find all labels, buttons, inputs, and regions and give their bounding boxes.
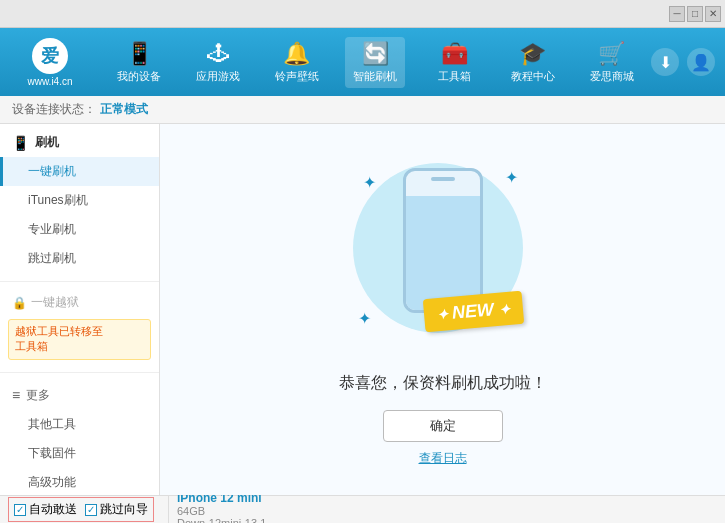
flash-header-label: 刷机: [35, 134, 59, 151]
phone-speaker: [431, 177, 455, 181]
sidebar-item-download-fw[interactable]: 下载固件: [0, 439, 159, 468]
more-header-label: 更多: [26, 387, 50, 404]
logo-url: www.i4.cn: [27, 76, 72, 87]
sparkle-tl: ✦: [363, 173, 376, 192]
more-section-header: ≡ 更多: [0, 381, 159, 410]
main-area: 📱 刷机 一键刷机 iTunes刷机 专业刷机 跳过刷机 🔒 一键越狱: [0, 124, 725, 495]
status-bar: 设备连接状态： 正常模式: [0, 96, 725, 124]
app-game-label: 应用游戏: [196, 69, 240, 84]
sidebar-item-other-tools[interactable]: 其他工具: [0, 410, 159, 439]
toolbox-icon: 🧰: [441, 41, 468, 67]
flash-section-header: 📱 刷机: [0, 128, 159, 157]
sidebar-item-pro-flash[interactable]: 专业刷机: [0, 215, 159, 244]
one-click-flash-label: 一键刷机: [28, 164, 76, 178]
lock-icon: 🔒: [12, 296, 27, 310]
close-btn[interactable]: ✕: [705, 6, 721, 22]
shop-icon: 🛒: [598, 41, 625, 67]
skip-guide-checkbox[interactable]: [85, 504, 97, 516]
sparkle-tr: ✦: [505, 168, 518, 187]
sparkle-bl: ✦: [358, 309, 371, 328]
smart-flash-label: 智能刷机: [353, 69, 397, 84]
device-storage: 64GB: [177, 505, 717, 517]
download-btn[interactable]: ⬇: [651, 48, 679, 76]
ringtone-icon: 🔔: [283, 41, 310, 67]
content-area: ✦ ✦ ✦ NEW 恭喜您，保资料刷机成功啦！ 确定 查看日志: [160, 124, 725, 495]
flash-header-icon: 📱: [12, 135, 29, 151]
nav-items: 📱 我的设备 🕹 应用游戏 🔔 铃声壁纸 🔄 智能刷机 🧰 工具箱 🎓 教程中心…: [100, 28, 651, 96]
more-section: ≡ 更多 其他工具 下载固件 高级功能: [0, 377, 159, 495]
bottom-left: 自动敢送 跳过向导: [8, 497, 168, 522]
other-tools-label: 其他工具: [28, 417, 76, 431]
sidebar-item-itunes-flash[interactable]: iTunes刷机: [0, 186, 159, 215]
nav-tutorial[interactable]: 🎓 教程中心: [503, 37, 563, 88]
auto-flash-checkbox-item[interactable]: 自动敢送: [14, 501, 77, 518]
toolbox-label: 工具箱: [438, 69, 471, 84]
status-label: 设备连接状态：: [12, 101, 96, 118]
title-bar: ─ □ ✕: [0, 0, 725, 28]
download-fw-label: 下载固件: [28, 446, 76, 460]
nav-smart-flash[interactable]: 🔄 智能刷机: [345, 37, 405, 88]
logo-area[interactable]: 爱 www.i4.cn: [0, 38, 100, 87]
restore-link[interactable]: 查看日志: [419, 450, 467, 467]
nav-shop[interactable]: 🛒 爱思商城: [582, 37, 642, 88]
auto-flash-checkbox[interactable]: [14, 504, 26, 516]
checkbox-outline-box: 自动敢送 跳过向导: [8, 497, 154, 522]
new-badge-text: NEW: [451, 299, 495, 323]
confirm-button[interactable]: 确定: [383, 410, 503, 442]
shop-label: 爱思商城: [590, 69, 634, 84]
bottom-bar: 自动敢送 跳过向导 iPhone 12 mini 64GB Down-12min…: [0, 495, 725, 523]
flash-section: 📱 刷机 一键刷机 iTunes刷机 专业刷机 跳过刷机: [0, 124, 159, 277]
sidebar-item-advanced[interactable]: 高级功能: [0, 468, 159, 495]
sidebar-divider-1: [0, 281, 159, 282]
app-game-icon: 🕹: [207, 41, 229, 67]
sidebar-warning: 越狱工具已转移至工具箱: [8, 319, 151, 360]
nav-ringtone[interactable]: 🔔 铃声壁纸: [267, 37, 327, 88]
ringtone-label: 铃声壁纸: [275, 69, 319, 84]
itunes-flash-label: iTunes刷机: [28, 193, 88, 207]
nav-app-game[interactable]: 🕹 应用游戏: [188, 37, 248, 88]
nav-my-device[interactable]: 📱 我的设备: [109, 37, 169, 88]
sidebar-item-dfu-flash[interactable]: 跳过刷机: [0, 244, 159, 273]
sidebar: 📱 刷机 一键刷机 iTunes刷机 专业刷机 跳过刷机 🔒 一键越狱: [0, 124, 160, 495]
top-nav: 爱 www.i4.cn 📱 我的设备 🕹 应用游戏 🔔 铃声壁纸 🔄 智能刷机 …: [0, 28, 725, 96]
device-info: iPhone 12 mini 64GB Down-12mini-13,1: [168, 491, 717, 524]
locked-section-header: 🔒 一键越狱: [0, 290, 159, 315]
advanced-label: 高级功能: [28, 475, 76, 489]
tutorial-icon: 🎓: [519, 41, 546, 67]
logo-icon: 爱: [32, 38, 68, 74]
sidebar-divider-2: [0, 372, 159, 373]
nav-toolbox[interactable]: 🧰 工具箱: [424, 37, 484, 88]
sidebar-item-one-click-flash[interactable]: 一键刷机: [0, 157, 159, 186]
auto-flash-label: 自动敢送: [29, 501, 77, 518]
maximize-btn[interactable]: □: [687, 6, 703, 22]
device-model: Down-12mini-13,1: [177, 517, 717, 524]
tutorial-label: 教程中心: [511, 69, 555, 84]
pro-flash-label: 专业刷机: [28, 222, 76, 236]
my-device-icon: 📱: [126, 41, 153, 67]
more-header-icon: ≡: [12, 387, 20, 403]
warning-text: 越狱工具已转移至工具箱: [15, 325, 103, 352]
locked-section: 🔒 一键越狱 越狱工具已转移至工具箱: [0, 286, 159, 368]
status-value: 正常模式: [100, 101, 148, 118]
phone-illustration: ✦ ✦ ✦ NEW: [343, 153, 543, 353]
skip-guide-label: 跳过向导: [100, 501, 148, 518]
skip-guide-checkbox-item[interactable]: 跳过向导: [85, 501, 148, 518]
smart-flash-icon: 🔄: [362, 41, 389, 67]
locked-section-label: 一键越狱: [31, 294, 79, 311]
phone-body: [403, 168, 483, 313]
user-btn[interactable]: 👤: [687, 48, 715, 76]
confirm-btn-label: 确定: [430, 417, 456, 435]
dfu-flash-label: 跳过刷机: [28, 251, 76, 265]
minimize-btn[interactable]: ─: [669, 6, 685, 22]
nav-right: ⬇ 👤: [651, 48, 725, 76]
my-device-label: 我的设备: [117, 69, 161, 84]
success-text: 恭喜您，保资料刷机成功啦！: [339, 373, 547, 394]
phone-image: [403, 168, 483, 313]
